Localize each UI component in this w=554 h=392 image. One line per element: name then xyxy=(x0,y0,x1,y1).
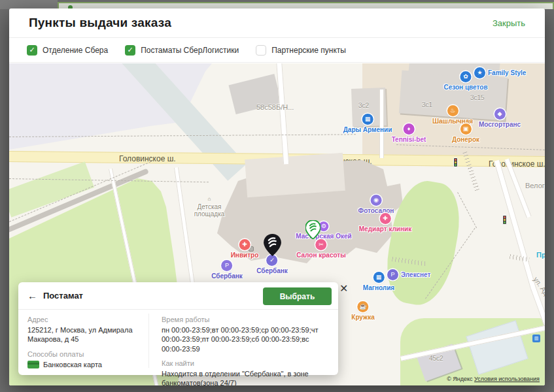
poi-mosgortrans[interactable]: ◆ Мосгортранс xyxy=(479,108,521,128)
checkbox-checked-icon[interactable]: ✓ xyxy=(27,45,37,56)
map-canvas[interactable]: Головинское ш. Головинское ш. Головинско… xyxy=(9,63,545,385)
close-link[interactable]: Закрыть xyxy=(493,18,525,28)
supermarket-icon: ▦ xyxy=(373,272,384,283)
selected-postamat-pin[interactable] xyxy=(264,234,281,259)
terms-link[interactable]: Условия использования xyxy=(474,376,540,382)
photo-studio-icon: ◉ xyxy=(370,195,381,206)
address-label: Адрес xyxy=(27,316,142,323)
poi-masterskaya-okey[interactable]: ⚙ Мастерская Окей xyxy=(296,221,351,240)
page-title: Пункты выдачи заказа xyxy=(29,16,171,30)
checkbox-unchecked-icon[interactable] xyxy=(256,45,266,56)
traffic-light-icon xyxy=(453,157,458,167)
filter-partner-points[interactable]: Партнерские пункты xyxy=(256,45,346,56)
card-right-column: Время работы пн 00:00-23:59;вт 00:00-23:… xyxy=(162,316,330,385)
map-attribution: © Яндекс Условия использования xyxy=(447,376,540,382)
transport-company-icon: ◆ xyxy=(494,108,506,120)
parking-icon: P xyxy=(221,260,232,271)
building-label: 58с58Б/Н... xyxy=(256,103,294,111)
park-path xyxy=(174,167,195,284)
poi-dary-armenii[interactable]: ▦ Дары Армении xyxy=(343,114,392,133)
card-left-column: Адрес 125212, г Москва, ул Адмирала Мака… xyxy=(27,316,142,369)
checkbox-checked-icon[interactable]: ✓ xyxy=(125,45,135,56)
column-divider xyxy=(148,314,149,368)
poi-salon-krasoty[interactable]: ✂ Салон красоты xyxy=(296,239,346,259)
hours-label: Время работы xyxy=(162,316,330,323)
poi-fotosalon[interactable]: ◉ Фотосалон xyxy=(358,195,394,214)
payment-row: Банковская карта xyxy=(27,360,142,369)
area-detskaya-ploshchadka: ⌂ Детская площадка xyxy=(189,196,230,218)
card-close-icon[interactable]: ✕ xyxy=(339,284,348,294)
building-label: 3с15 xyxy=(470,94,485,101)
map-courtyard xyxy=(245,153,345,197)
poi-shashlychnaya[interactable]: ♨ Шашлычная xyxy=(432,105,473,125)
transit-stop-icon: ▥ xyxy=(532,335,540,342)
how-to-find-value: Находится в отделении "Сбербанка", в зон… xyxy=(162,369,330,385)
bank-card-icon xyxy=(27,361,39,368)
copyright-text: © Яндекс xyxy=(447,376,474,382)
building-label: 3с2 xyxy=(358,102,369,109)
card-body: Адрес 125212, г Москва, ул Адмирала Мака… xyxy=(18,310,338,374)
poi-kruzhka[interactable]: ☕ Кружка xyxy=(351,301,374,321)
poi-magnoliya[interactable]: ▦ Магнолия xyxy=(363,272,394,291)
card-title: Постамат xyxy=(43,291,83,301)
payment-value: Банковская карта xyxy=(43,360,102,369)
postamat-info-card: ← Постамат Выбрать Адрес 125212, г Москв… xyxy=(18,282,338,375)
pickup-points-modal: Пункты выдачи заказа Закрыть ✓ Отделение… xyxy=(9,8,545,385)
edge-label: Велог xyxy=(525,182,545,189)
road xyxy=(276,63,289,165)
boundary-dash xyxy=(457,192,477,228)
poi-sberbank-parking[interactable]: P Сбербанк xyxy=(211,260,243,280)
filter-label: Партнерские пункты xyxy=(271,46,346,55)
poi-donerok[interactable]: ▣ Донерок xyxy=(452,123,479,143)
hours-value: пн 00:00-23:59;вт 00:00-23:59;ср 00:00-2… xyxy=(162,325,330,353)
flower-shop-icon: ✿ xyxy=(460,71,471,82)
select-button[interactable]: Выбрать xyxy=(263,287,332,305)
poi-invitro[interactable]: ✚ Инвитро xyxy=(231,239,259,259)
poi-sezon-cvetov[interactable]: ✿ Сезон цветов xyxy=(443,71,487,91)
card-header: ← Постамат Выбрать xyxy=(18,282,338,310)
edge-label: Пр xyxy=(536,251,545,259)
poi-mediart-klinik[interactable]: ✚ Медиарт клиник xyxy=(359,213,411,233)
building-label: 45с2 xyxy=(429,355,443,362)
restaurant-icon: ♨ xyxy=(447,105,459,116)
back-arrow-icon[interactable]: ← xyxy=(27,290,37,301)
playground-icon: ⌂ xyxy=(208,196,211,202)
payment-label: Способы оплаты xyxy=(27,350,142,358)
pickup-pin-green[interactable] xyxy=(305,220,320,242)
filter-sber-branch[interactable]: ✓ Отделение Сбера xyxy=(27,45,108,56)
betting-shop-icon: ♦ xyxy=(404,123,415,135)
filter-label: Постаматы СберЛогистики xyxy=(141,46,239,55)
clinic-icon: ✚ xyxy=(379,213,390,224)
building-label: 3с1 xyxy=(422,101,432,108)
how-to-find-label: Как найти xyxy=(162,359,330,367)
fastfood-icon: ▣ xyxy=(460,123,472,135)
pub-icon: ☕ xyxy=(357,301,368,312)
filter-label: Отделение Сбера xyxy=(43,46,108,55)
medical-lab-icon: ✚ xyxy=(239,239,250,250)
filter-row: ✓ Отделение Сбера ✓ Постаматы СберЛогист… xyxy=(9,38,545,63)
page-behind-corner xyxy=(0,0,58,9)
poi-tennisi-bet[interactable]: ♦ Tennisi-bet xyxy=(392,123,426,143)
modal-header: Пункты выдачи заказа Закрыть xyxy=(9,8,545,38)
grocery-icon: ▦ xyxy=(362,114,373,125)
traffic-light-icon xyxy=(502,215,507,225)
address-value: 125212, г Москва, ул Адмирала Макарова, … xyxy=(27,325,142,344)
filter-postamats[interactable]: ✓ Постаматы СберЛогистики xyxy=(125,45,239,56)
